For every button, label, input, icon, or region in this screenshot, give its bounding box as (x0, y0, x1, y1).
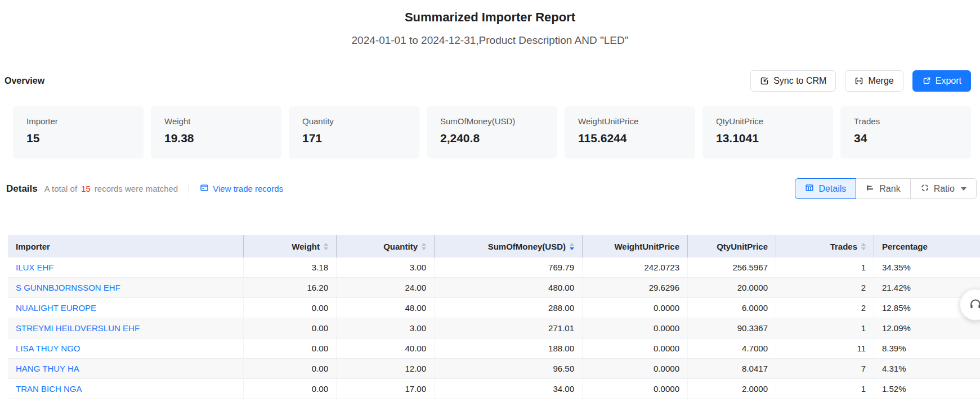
table-row: HANG THUY HA0.0012.0096.500.00008.041774… (8, 359, 980, 379)
page-title: Summarized Importer Report (0, 9, 980, 26)
cell-weight: 0.00 (244, 298, 337, 318)
stat-value: 19.38 (164, 131, 268, 145)
importer-table: ImporterWeightQuantitySumOfMoney(USD)Wei… (8, 235, 980, 399)
cell-trades: 1 (776, 379, 874, 399)
tab-details[interactable]: Details (795, 178, 856, 199)
cell-importer: TRAN BICH NGA (8, 379, 244, 399)
column-header-percentage: Percentage (874, 235, 980, 258)
sort-arrows-icon (422, 243, 426, 250)
table-row: ILUX EHF3.183.00769.79242.0723256.596713… (8, 258, 980, 278)
cell-quantity: 17.00 (337, 379, 435, 399)
tab-label: Ratio (934, 184, 955, 194)
toolbar-buttons: Sync to CRM Merge Export (750, 70, 971, 92)
stat-value: 2,240.8 (440, 131, 544, 145)
view-trade-records-link[interactable]: View trade records (200, 183, 283, 194)
column-header-label: SumOfMoney(USD) (488, 242, 566, 251)
stat-label: SumOfMoney(USD) (440, 116, 544, 127)
export-button[interactable]: Export (912, 70, 971, 92)
sync-to-crm-button[interactable]: Sync to CRM (750, 70, 836, 92)
column-header-label: QtyUnitPrice (717, 242, 768, 251)
importer-link[interactable]: ILUX EHF (16, 263, 54, 272)
stat-card-trades: Trades34 (840, 106, 971, 159)
importer-link[interactable]: S GUNNBJORNSSON EHF (16, 283, 120, 292)
match-suffix: records were matched (95, 184, 178, 193)
stat-label: WeightUnitPrice (578, 116, 682, 127)
cell-quantity: 12.00 (337, 359, 435, 378)
importer-link[interactable]: NUALIGHT EUROPE (16, 303, 96, 313)
cell-quantity: 24.00 (337, 278, 435, 297)
cell-qtyunitprice: 90.3367 (688, 318, 776, 338)
cell-weight: 0.00 (244, 318, 337, 338)
cell-sumofmoney-usd: 34.00 (435, 379, 583, 399)
sort-arrows-icon (324, 243, 328, 250)
cell-weight: 0.00 (244, 359, 337, 378)
cell-sumofmoney-usd: 96.50 (435, 359, 583, 378)
column-header-trades[interactable]: Trades (776, 235, 874, 258)
cell-importer: NUALIGHT EUROPE (8, 298, 244, 318)
importer-link[interactable]: HANG THUY HA (16, 364, 79, 373)
sort-asc-icon (861, 243, 866, 246)
cell-quantity: 3.00 (337, 318, 435, 338)
details-section-label: Details (6, 183, 38, 195)
page-subtitle: 2024-01-01 to 2024-12-31,Product Descrip… (0, 33, 980, 48)
cell-sumofmoney-usd: 769.79 (435, 258, 583, 277)
match-prefix: A total of (44, 184, 77, 193)
headset-icon (968, 296, 980, 313)
column-header-label: Importer (16, 242, 50, 251)
stat-label: Weight (164, 116, 268, 127)
ratio-icon (920, 183, 929, 195)
column-header-weightunitprice: WeightUnitPrice (583, 235, 688, 258)
cell-trades: 2 (776, 298, 874, 318)
records-matched-text: A total of 15 records were matched (44, 184, 178, 193)
stat-card-weight: Weight19.38 (151, 106, 281, 159)
table-row: LISA THUY NGO0.0040.00188.000.00004.7000… (8, 338, 980, 359)
cell-trades: 2 (776, 278, 874, 297)
stat-value: 34 (854, 131, 957, 145)
cell-percentage: 34.35% (874, 258, 980, 277)
cell-sumofmoney-usd: 480.00 (435, 278, 583, 297)
importer-link[interactable]: STREYMI HEILDVERSLUN EHF (16, 323, 140, 333)
stat-value: 15 (26, 131, 130, 145)
tab-label: Rank (879, 184, 900, 194)
tab-ratio[interactable]: Ratio (910, 178, 977, 199)
view-trade-records-label: View trade records (213, 184, 283, 193)
sort-desc-icon (861, 247, 866, 250)
column-header-weight[interactable]: Weight (244, 235, 337, 258)
merge-label: Merge (868, 76, 893, 86)
cell-trades: 7 (776, 359, 874, 378)
column-header-label: Trades (830, 242, 857, 251)
cell-qtyunitprice: 8.0417 (688, 359, 776, 378)
stat-card-sumofmoney-usd: SumOfMoney(USD)2,240.8 (427, 106, 557, 159)
cell-trades: 1 (776, 318, 874, 338)
cell-weightunitprice: 0.0000 (583, 298, 688, 318)
stat-label: Importer (26, 116, 130, 127)
tab-rank[interactable]: Rank (856, 178, 910, 199)
sort-arrows-icon (570, 243, 574, 250)
cell-weight: 3.18 (244, 258, 337, 277)
sort-desc-icon (422, 247, 426, 250)
cell-importer: ILUX EHF (8, 258, 244, 277)
merge-button[interactable]: Merge (845, 70, 903, 92)
cell-weight: 0.00 (244, 379, 337, 399)
view-mode-segmented-control: DetailsRankRatio (795, 178, 977, 199)
sort-asc-icon (324, 243, 328, 246)
cell-weightunitprice: 0.0000 (583, 338, 688, 358)
cell-trades: 11 (776, 338, 874, 358)
overview-section-label: Overview (5, 76, 44, 86)
table-header-row: ImporterWeightQuantitySumOfMoney(USD)Wei… (8, 235, 980, 258)
cell-weightunitprice: 242.0723 (583, 258, 688, 277)
table-row: S GUNNBJORNSSON EHF16.2024.00480.0029.62… (8, 278, 980, 298)
sync-to-crm-label: Sync to CRM (773, 76, 826, 86)
column-header-quantity[interactable]: Quantity (337, 235, 435, 258)
importer-link[interactable]: TRAN BICH NGA (16, 384, 82, 394)
sort-desc-icon (570, 247, 574, 250)
importer-link[interactable]: LISA THUY NGO (16, 344, 80, 353)
cell-qtyunitprice: 2.0000 (688, 379, 776, 399)
column-header-sumofmoney-usd[interactable]: SumOfMoney(USD) (435, 235, 583, 258)
sort-desc-icon (324, 247, 328, 250)
stat-value: 171 (302, 131, 406, 145)
cell-qtyunitprice: 256.5967 (688, 258, 776, 277)
cell-percentage: 4.31% (874, 359, 980, 378)
stat-card-importer: Importer15 (13, 106, 144, 159)
column-header-importer: Importer (8, 235, 244, 258)
